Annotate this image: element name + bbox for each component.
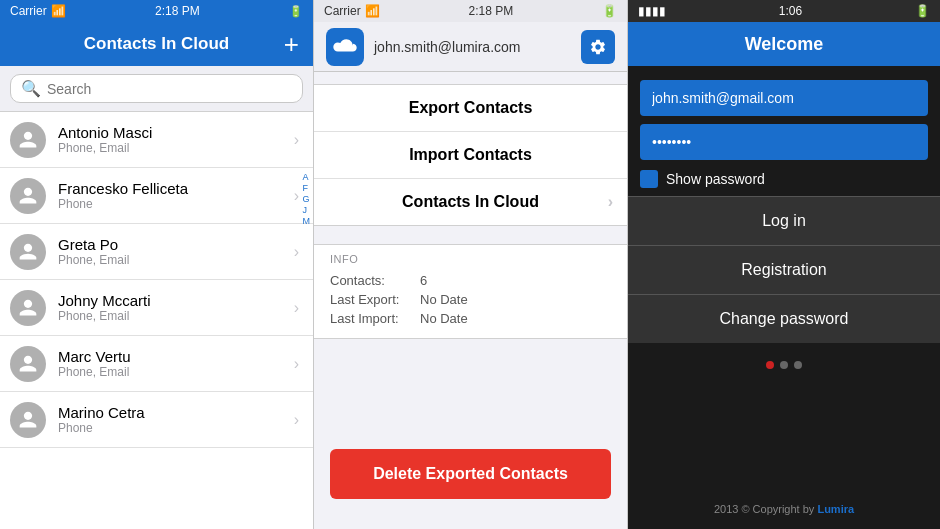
contact-sub: Phone [58,197,294,211]
avatar [10,290,46,326]
index-letter-m[interactable]: M [303,216,311,226]
contact-sub: Phone, Email [58,141,294,155]
dot-gray-1 [780,361,788,369]
login-buttons: Log in Registration Change password [628,196,940,343]
show-password-row: Show password [640,168,928,196]
export-contacts-label: Export Contacts [409,99,533,117]
p1-battery: 🔋 [289,5,303,18]
chevron-right-icon: › [294,299,299,317]
contact-info: Marc Vertu Phone, Email [58,348,294,379]
chevron-right-icon: › [294,187,299,205]
alphabetical-index[interactable]: A F G J M [303,172,314,226]
contacts-label: Contacts: [330,273,420,288]
contacts-value: 6 [420,273,427,288]
delete-exported-contacts-button[interactable]: Delete Exported Contacts [330,449,611,499]
copyright-text: 2013 © Copyright by [714,503,814,515]
p1-statusbar-left: Carrier 📶 [10,4,66,18]
menu-panel: Carrier 📶 2:18 PM 🔋 john.smith@lumira.co… [314,0,628,529]
search-box[interactable]: 🔍 [10,74,303,103]
import-contacts-button[interactable]: Import Contacts [314,132,627,179]
chevron-right-icon: › [608,193,613,211]
p2-statusbar: Carrier 📶 2:18 PM 🔋 [314,0,627,22]
list-item[interactable]: Marino Cetra Phone › [0,392,313,448]
decorative-dots [628,343,940,377]
email-field[interactable] [640,80,928,116]
export-contacts-button[interactable]: Export Contacts [314,85,627,132]
list-item[interactable]: Johny Mccarti Phone, Email › [0,280,313,336]
import-contacts-label: Import Contacts [409,146,532,164]
list-item[interactable]: Greta Po Phone, Email › [0,224,313,280]
contact-info: Greta Po Phone, Email [58,236,294,267]
add-contact-button[interactable]: + [284,31,299,57]
p1-carrier: Carrier [10,4,47,18]
list-item[interactable]: Marc Vertu Phone, Email › [0,336,313,392]
contact-sub: Phone, Email [58,309,294,323]
change-password-button[interactable]: Change password [628,294,940,343]
search-icon: 🔍 [21,79,41,98]
index-letter-f[interactable]: F [303,183,311,193]
contact-info: Johny Mccarti Phone, Email [58,292,294,323]
last-export-value: No Date [420,292,468,307]
p1-header: Contacts In Cloud + [0,22,313,66]
search-input[interactable] [47,81,292,97]
login-panel: ▮▮▮▮ 1:06 🔋 Welcome Show password Log in… [628,0,940,529]
p3-title: Welcome [745,34,824,55]
p3-time: 1:06 [779,4,802,18]
chevron-right-icon: › [294,355,299,373]
avatar [10,234,46,270]
contact-info: Francesko Felliceta Phone [58,180,294,211]
p3-battery-icon: 🔋 [915,4,930,18]
index-letter-j[interactable]: J [303,205,311,215]
p3-statusbar: ▮▮▮▮ 1:06 🔋 [628,0,940,22]
index-letter-g[interactable]: G [303,194,311,204]
contacts-in-cloud-button[interactable]: Contacts In Cloud › [314,179,627,225]
index-letter-a[interactable]: A [303,172,311,182]
p1-wifi-icon: 📶 [51,4,66,18]
brand-name: Lumira [817,503,854,515]
p1-statusbar: Carrier 📶 2:18 PM 🔋 [0,0,313,22]
dot-red [766,361,774,369]
dot-gray-2 [794,361,802,369]
avatar [10,346,46,382]
chevron-right-icon: › [294,131,299,149]
chevron-right-icon: › [294,243,299,261]
contact-name: Greta Po [58,236,294,253]
list-item[interactable]: Francesko Felliceta Phone › [0,168,313,224]
chevron-right-icon: › [294,411,299,429]
login-button[interactable]: Log in [628,196,940,245]
contacts-count-row: Contacts: 6 [330,273,611,288]
last-export-label: Last Export: [330,292,420,307]
contact-name: Johny Mccarti [58,292,294,309]
p3-signal-icon: ▮▮▮▮ [638,4,666,18]
info-section: INFO Contacts: 6 Last Export: No Date La… [314,244,627,339]
last-export-row: Last Export: No Date [330,292,611,307]
login-form: Show password [628,66,940,196]
p2-header: john.smith@lumira.com [314,22,627,72]
p2-battery-icon: 🔋 [602,4,617,18]
contact-sub: Phone, Email [58,365,294,379]
last-import-value: No Date [420,311,468,326]
p2-wifi-icon: 📶 [365,4,380,18]
footer: 2013 © Copyright by Lumira [628,503,940,515]
registration-button[interactable]: Registration [628,245,940,294]
contact-name: Marino Cetra [58,404,294,421]
p2-carrier: Carrier [324,4,361,18]
contact-info: Marino Cetra Phone [58,404,294,435]
show-password-label: Show password [666,171,765,187]
p2-time: 2:18 PM [468,4,513,18]
list-item[interactable]: Antonio Masci Phone, Email › [0,112,313,168]
settings-button[interactable] [581,30,615,64]
user-email: john.smith@lumira.com [374,39,571,55]
contact-name: Francesko Felliceta [58,180,294,197]
show-password-checkbox[interactable] [640,170,658,188]
p1-title: Contacts In Cloud [84,34,229,54]
p3-header: Welcome [628,22,940,66]
password-field[interactable] [640,124,928,160]
contact-name: Marc Vertu [58,348,294,365]
contact-sub: Phone [58,421,294,435]
contacts-panel: Carrier 📶 2:18 PM 🔋 Contacts In Cloud + … [0,0,314,529]
p1-battery-icon: 🔋 [289,5,303,18]
delete-btn-section: Delete Exported Contacts [314,439,627,529]
last-import-label: Last Import: [330,311,420,326]
search-bar: 🔍 [0,66,313,112]
